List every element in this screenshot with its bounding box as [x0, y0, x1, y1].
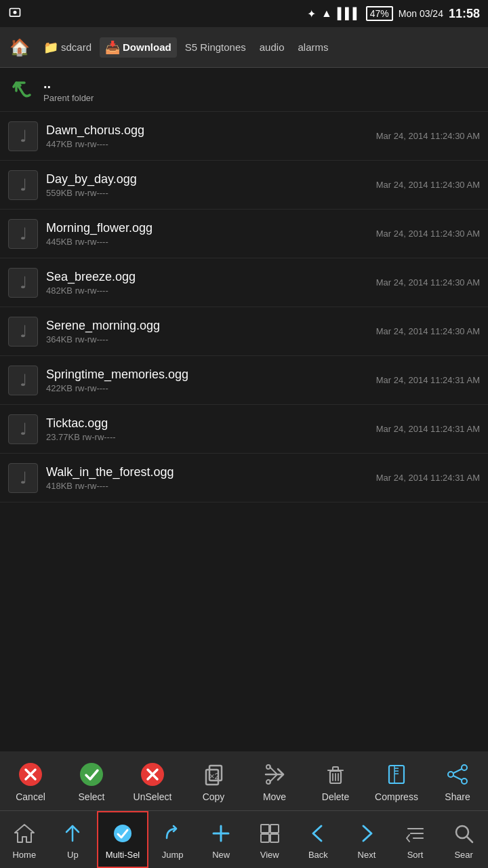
bottom-bar: Cancel Select UnSelect	[0, 751, 488, 868]
file-icon-1: ♩	[8, 170, 38, 200]
nav-jump-icon	[159, 820, 186, 847]
svg-point-34	[114, 825, 131, 842]
nav-search-button[interactable]: Sear	[439, 811, 488, 868]
breadcrumb-home[interactable]: 🏠	[4, 35, 35, 60]
action-bar: Cancel Select UnSelect	[0, 751, 488, 811]
nav-up-icon	[59, 820, 86, 847]
unselect-icon	[138, 760, 167, 789]
status-date: Mon 03/24	[399, 8, 443, 19]
file-item-7[interactable]: ♩ Walk_in_the_forest.ogg 418KB rw-rw----…	[0, 454, 488, 502]
nav-next-icon	[353, 820, 380, 847]
return-icon	[11, 77, 35, 102]
svg-point-16	[266, 780, 270, 784]
move-button[interactable]: Move	[244, 751, 305, 810]
compress-label: Compress	[375, 791, 418, 802]
svg-text:×2: ×2	[209, 771, 220, 781]
file-item-1[interactable]: ♩ Day_by_day.ogg 559KB rw-rw---- Mar 24,…	[0, 161, 488, 210]
file-meta-1: 559KB rw-rw----	[46, 188, 371, 198]
file-name-3: Sea_breeze.ogg	[46, 270, 371, 284]
breadcrumb-sdcard[interactable]: 📁 sdcard	[38, 37, 97, 58]
file-name-7: Walk_in_the_forest.ogg	[46, 465, 371, 479]
file-item-2[interactable]: ♩ Morning_flower.ogg 445KB rw-rw---- Mar…	[0, 210, 488, 258]
file-meta-4: 364KB rw-rw----	[46, 334, 371, 344]
file-meta-5: 422KB rw-rw----	[46, 383, 371, 393]
file-icon-5: ♩	[8, 366, 38, 395]
breadcrumb-download-label: Download	[123, 41, 171, 53]
nav-home-button[interactable]: Home	[0, 811, 49, 868]
breadcrumb-s5ringtones[interactable]: S5 Ringtones	[180, 39, 251, 56]
screenshot-icon	[8, 7, 22, 20]
music-icon-5: ♩	[20, 371, 27, 390]
share-button[interactable]: Share	[427, 751, 488, 810]
file-date-3: Mar 24, 2014 11:24:30 AM	[376, 277, 480, 288]
back-arrow-icon	[8, 75, 38, 104]
file-icon-0: ♩	[8, 121, 38, 151]
nav-multisel-label: Multi-Sel	[106, 850, 140, 860]
music-icon-4: ♩	[20, 322, 27, 341]
svg-rect-39	[261, 834, 269, 842]
music-icon-7: ♩	[20, 469, 27, 488]
music-icon-6: ♩	[20, 420, 27, 439]
nav-jump-label: Jump	[162, 850, 184, 860]
status-right: ✦ ▲ ▌▌▌ 47% Mon 03/24 11:58	[307, 6, 480, 21]
file-name-2: Morning_flower.ogg	[46, 221, 371, 235]
delete-button[interactable]: Delete	[305, 751, 366, 810]
file-meta-6: 23.77KB rw-rw----	[46, 432, 371, 442]
nav-next-button[interactable]: Next	[342, 811, 391, 868]
music-icon-0: ♩	[20, 127, 27, 146]
parent-folder-row[interactable]: .. Parent folder	[0, 68, 488, 112]
copy-label: Copy	[203, 791, 225, 802]
file-name-4: Serene_morning.ogg	[46, 319, 371, 333]
file-item-3[interactable]: ♩ Sea_breeze.ogg 482KB rw-rw---- Mar 24,…	[0, 258, 488, 307]
breadcrumb-s5ringtones-label: S5 Ringtones	[185, 41, 246, 53]
nav-multisel-icon	[109, 820, 136, 847]
svg-rect-40	[270, 834, 279, 842]
breadcrumb-audio[interactable]: audio	[254, 39, 290, 56]
nav-up-button[interactable]: Up	[49, 811, 98, 868]
nav-new-button[interactable]: New	[197, 811, 245, 868]
breadcrumb-audio-label: audio	[260, 41, 285, 53]
sdcard-icon: 📁	[43, 40, 58, 55]
file-item-0[interactable]: ♩ Dawn_chorus.ogg 447KB rw-rw---- Mar 24…	[0, 112, 488, 161]
svg-point-28	[462, 765, 467, 770]
file-date-5: Mar 24, 2014 11:24:31 AM	[376, 375, 480, 385]
compress-button[interactable]: Compress	[366, 751, 427, 810]
nav-back-button[interactable]: Back	[294, 811, 343, 868]
svg-line-32	[453, 776, 462, 780]
file-item-6[interactable]: ♩ Ticktac.ogg 23.77KB rw-rw---- Mar 24, …	[0, 405, 488, 454]
file-item-4[interactable]: ♩ Serene_morning.ogg 364KB rw-rw---- Mar…	[0, 307, 488, 356]
file-meta-0: 447KB rw-rw----	[46, 139, 371, 149]
file-list: ♩ Dawn_chorus.ogg 447KB rw-rw---- Mar 24…	[0, 112, 488, 747]
status-time: 11:58	[449, 7, 480, 21]
signal-icon: ▌▌▌	[338, 7, 361, 20]
select-button[interactable]: Select	[61, 751, 122, 810]
nav-search-label: Sear	[454, 850, 472, 860]
home-icon: 🏠	[9, 38, 30, 57]
copy-button[interactable]: ×2 Copy	[183, 751, 244, 810]
nav-multisel-button[interactable]: Multi-Sel	[97, 811, 148, 868]
nav-jump-button[interactable]: Jump	[148, 811, 197, 868]
file-item-5[interactable]: ♩ Springtime_memories.ogg 422KB rw-rw---…	[0, 356, 488, 405]
file-info-2: Morning_flower.ogg 445KB rw-rw----	[46, 221, 371, 247]
bluetooth-icon: ✦	[307, 7, 316, 20]
nav-search-icon	[450, 820, 477, 847]
nav-home-label: Home	[12, 850, 36, 860]
nav-view-button[interactable]: View	[245, 811, 294, 868]
nav-back-icon	[304, 820, 331, 847]
svg-rect-37	[261, 825, 269, 833]
nav-sort-button[interactable]: Sort	[391, 811, 440, 868]
file-info-7: Walk_in_the_forest.ogg 418KB rw-rw----	[46, 465, 371, 491]
file-icon-7: ♩	[8, 463, 38, 493]
svg-point-5	[80, 763, 103, 786]
unselect-button[interactable]: UnSelect	[122, 751, 183, 810]
file-date-1: Mar 24, 2014 11:24:30 AM	[376, 180, 480, 190]
breadcrumb-alarms[interactable]: alarms	[292, 39, 333, 56]
file-name-1: Day_by_day.ogg	[46, 172, 371, 186]
file-date-4: Mar 24, 2014 11:24:30 AM	[376, 326, 480, 336]
cancel-button[interactable]: Cancel	[0, 751, 61, 810]
breadcrumb-download[interactable]: 📥 Download	[100, 37, 177, 58]
file-meta-3: 482KB rw-rw----	[46, 285, 371, 296]
file-info-5: Springtime_memories.ogg 422KB rw-rw----	[46, 368, 371, 393]
wifi-icon: ▲	[321, 7, 332, 20]
svg-marker-33	[15, 825, 34, 842]
